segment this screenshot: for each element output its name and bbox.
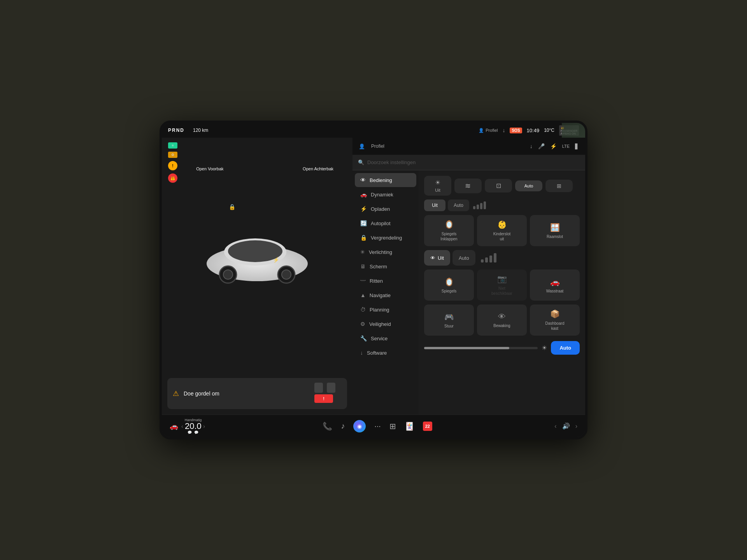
wlevel-3[interactable] [489,256,492,262]
main-content: ≡ ⚙ ! 🦺 Open Voorbak Open A [162,138,585,415]
siri-button[interactable]: ◉ [353,420,366,432]
speed-left-arrow[interactable]: ‹ [181,423,183,429]
settings-content: ☀ Uit ≋ ⊡ Auto [419,170,585,415]
wlevel-4[interactable] [494,253,496,262]
opladen-label: Opladen [371,206,390,212]
speed-right-arrow[interactable]: › [203,423,205,429]
mode-auto-button[interactable]: Auto [515,180,542,191]
spiegels-label: Spiegels [442,289,456,293]
spiegels-button[interactable]: 🪞 Spiegels [424,270,474,301]
menu-item-planning[interactable]: ⏱ Planning [355,303,416,317]
open-voorbak-label: Open Voorbak [196,166,223,172]
car-view-panel: ≡ ⚙ ! 🦺 Open Voorbak Open A [162,138,352,415]
bewaking-button[interactable]: 👁 Bewaking [477,304,527,336]
download-icon: ↓ [502,127,505,133]
brightness-fill [424,347,509,349]
spiegels-inklappen-button[interactable]: 🪞 SpiegelsInklappen [424,215,474,246]
phone-icon: 📞 [323,422,332,431]
software-label: Software [367,350,387,356]
svg-point-6 [282,270,291,279]
apps-button[interactable]: ⊞ [389,422,396,431]
wiper-bar-2[interactable] [477,205,479,209]
spiegels-inklappen-label: SpiegelsInklappen [440,231,457,242]
menu-item-dynamiek[interactable]: 🚗 Dynamiek [355,187,416,201]
menu-item-veiligheid[interactable]: ⚙ Veiligheid [355,317,416,331]
phone-button[interactable]: 📞 [323,422,332,431]
drive-icon-1: 💬 [188,430,192,434]
taskbar-left: 🚗 ‹ Handmatig 20.0 💬 💬 › [170,418,224,434]
drive-icon-2: 💬 [194,430,198,434]
wiper-uit-button[interactable]: Uit [424,200,445,211]
menu-item-ritten[interactable]: 〰 Ritten [355,274,416,288]
prev-arrow[interactable]: ‹ [554,423,556,430]
bluetooth-icon[interactable]: ⚡ [550,143,557,149]
mode3-icon: ⊡ [496,182,501,189]
cards-button[interactable]: 🃏 [405,422,414,431]
dashboard-kast-button[interactable]: 📦 Dashboardkast [530,304,580,336]
wlevel-2[interactable] [485,257,488,262]
wasstraat-button[interactable]: 🚗 Wasstraat [530,270,580,301]
menu-item-verlichting[interactable]: ✳ Verlichting [355,245,416,259]
more-button[interactable]: ··· [374,422,381,430]
menu-item-software[interactable]: ↓ Software [355,346,416,360]
kinderslot-button[interactable]: 👶 Kinderslotuit [477,215,527,246]
wiper-bar-3[interactable] [480,203,482,209]
niet-beschikbaar-icon: 📷 [497,274,507,284]
music-icon: ♪ [341,422,345,430]
veiligheid-icon: ⚙ [360,321,365,327]
verlichting-icon: ✳ [360,249,365,255]
music-button[interactable]: ♪ [341,422,345,430]
warning-triangle-icon: ⚠ [173,389,179,398]
ritten-label: Ritten [370,278,383,284]
download-icon-right[interactable]: ↓ [530,143,533,149]
seat-diagram: ! [310,383,342,404]
mode-uit-button[interactable]: ☀ Uit [424,176,451,196]
wiper-level-bars [473,201,486,209]
raamslot-button[interactable]: 🪟 Raamslot [530,215,580,246]
brightness-auto-button[interactable]: Auto [551,341,580,355]
seat-front-right [327,383,335,393]
indicator-green: ≡ [168,142,177,149]
wiper-icon: 👁 [430,255,435,261]
menu-item-service[interactable]: 🔧 Service [355,331,416,345]
taskbar-right: ‹ 🔊 › [531,422,577,430]
mode-3-button[interactable]: ⊡ [485,179,512,192]
indicator-orange: ⚙ [168,152,177,158]
wiper-uit-btn-2[interactable]: 👁 Uit [424,250,450,266]
sos-button[interactable]: SOS [510,128,522,133]
mode-5-button[interactable]: ⊞ [545,180,573,192]
calendar-button[interactable]: 22 [423,422,432,431]
drive-sub-icons: 💬 💬 [188,430,198,434]
wiper-auto-btn-2[interactable]: Auto [452,250,475,266]
menu-item-vergrendeling[interactable]: 🔒 Vergrendeling [355,231,416,245]
veiligheid-label: Veiligheid [369,321,391,327]
volume-icon[interactable]: 🔊 [562,422,570,430]
wiper-auto-button[interactable]: Auto [448,200,469,211]
brightness-slider[interactable] [424,347,538,349]
speed-display: ‹ Handmatig 20.0 💬 💬 › [181,418,205,434]
map-thumbnail[interactable] [562,123,585,138]
navigatie-icon: ▲ [360,292,366,298]
menu-item-autopilot[interactable]: 🔄 Autopilot [355,216,416,230]
service-label: Service [371,336,388,341]
lte-icon: LTE [562,144,570,149]
open-achterbak-label: Open Achterbak [303,166,333,172]
raamslot-label: Raamslot [547,234,563,239]
wiper-bar-4[interactable] [484,201,486,209]
menu-item-scherm[interactable]: 🖥 Scherm [355,259,416,273]
person-icon-right: 👤 [359,144,365,149]
stuur-button[interactable]: 🎮 Stuur [424,304,474,336]
menu-item-opladen[interactable]: ⚡ Opladen [355,202,416,216]
search-bar[interactable]: 🔍 Doorzoek instellingen [352,155,585,170]
wlevel-1[interactable] [481,259,484,262]
menu-item-navigatie[interactable]: ▲ Navigatie [355,288,416,302]
mode-2-button[interactable]: ≋ [454,178,482,193]
top-bar-icons: ↓ 🎤 ⚡ LTE ▋ [530,143,579,149]
next-arrow[interactable]: › [575,423,577,430]
clock: 10:49 [527,128,540,133]
menu-item-bediening[interactable]: 👁 Bediening [355,173,416,187]
profiel-status: 👤 Profiel [479,128,498,133]
mic-icon[interactable]: 🎤 [538,143,545,149]
wiper-bar-1[interactable] [473,206,475,209]
settings-body: 👁 Bediening 🚗 Dynamiek ⚡ Opladen [352,170,585,415]
